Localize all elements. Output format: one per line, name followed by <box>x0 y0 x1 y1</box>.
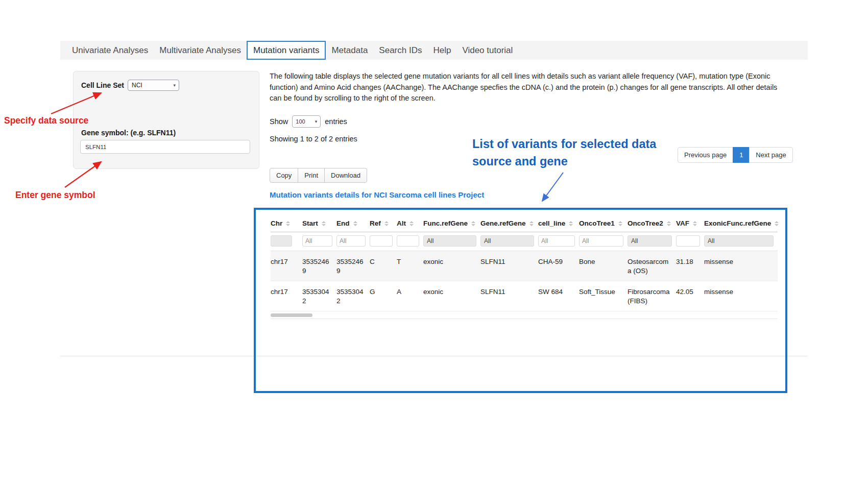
page-1-button[interactable]: 1 <box>733 147 750 163</box>
copy-button[interactable]: Copy <box>270 168 298 183</box>
sort-icon <box>286 221 290 226</box>
cell-oncotree1: Bone <box>579 251 628 281</box>
col-label: End <box>336 219 350 227</box>
table-row[interactable]: chr17 35353042 35353042 G A exonic SLFN1… <box>271 281 778 311</box>
sort-icon <box>471 221 475 226</box>
col-header-end[interactable]: End <box>336 215 370 232</box>
cell-exonicfunc-refgene: missense <box>704 251 778 281</box>
filter-cell-line[interactable] <box>538 235 575 247</box>
col-header-oncotree2[interactable]: OncoTree2 <box>628 215 676 232</box>
cell-vaf: 42.05 <box>676 281 704 311</box>
cell-func-refgene: exonic <box>423 281 480 311</box>
col-header-ref[interactable]: Ref <box>370 215 397 232</box>
tab-multivariate-analyses[interactable]: Multivariate Analyses <box>154 41 247 60</box>
cell-gene-refgene: SLFN11 <box>480 251 538 281</box>
table-description: The following table displays the selecte… <box>270 71 779 104</box>
horizontal-scrollbar[interactable] <box>271 311 778 319</box>
col-label: Alt <box>397 219 406 227</box>
col-header-alt[interactable]: Alt <box>397 215 423 232</box>
chevron-down-icon: ▾ <box>315 119 318 124</box>
col-label: Ref <box>370 219 381 227</box>
col-header-gene-refgene[interactable]: Gene.refGene <box>480 215 538 232</box>
cell-exonicfunc-refgene: missense <box>704 281 778 311</box>
blue-arrow-variants-table-icon <box>542 173 563 201</box>
app-page: Univariate Analyses Multivariate Analyse… <box>0 0 868 488</box>
sort-icon <box>618 221 622 226</box>
filter-oncotree1[interactable] <box>579 235 623 247</box>
col-label: Chr <box>271 219 282 227</box>
table-row[interactable]: chr17 35352469 35352469 C T exonic SLFN1… <box>271 251 778 281</box>
sort-icon <box>353 221 357 226</box>
previous-page-button[interactable]: Previous page <box>678 147 733 163</box>
top-navbar: Univariate Analyses Multivariate Analyse… <box>60 41 808 60</box>
cell-end: 35353042 <box>336 281 370 311</box>
cell-chr: chr17 <box>271 281 302 311</box>
filter-exonicfunc-refgene[interactable]: All <box>704 235 774 247</box>
col-header-start[interactable]: Start <box>302 215 336 232</box>
tab-metadata[interactable]: Metadata <box>326 41 373 60</box>
variants-table-wrapper: Chr Start End Ref Alt Func.refGene Gene.… <box>271 215 778 319</box>
sort-icon <box>775 221 779 226</box>
entries-label: entries <box>325 117 347 126</box>
cell-ref: G <box>370 281 397 311</box>
sort-icon <box>384 221 389 226</box>
filter-ref[interactable] <box>370 235 393 247</box>
download-button[interactable]: Download <box>324 168 367 183</box>
filter-oncotree2[interactable]: All <box>628 235 672 247</box>
tab-univariate-analyses[interactable]: Univariate Analyses <box>66 41 154 60</box>
col-header-oncotree1[interactable]: OncoTree1 <box>579 215 628 232</box>
cell-oncotree2: Fibrosarcoma (FIBS) <box>628 281 676 311</box>
entries-count-select[interactable]: 100 ▾ <box>292 115 321 128</box>
export-button-group: Copy Print Download <box>270 168 367 183</box>
print-button[interactable]: Print <box>298 168 325 183</box>
sort-icon <box>529 221 534 226</box>
sort-icon <box>322 221 326 226</box>
cell-ref: C <box>370 251 397 281</box>
variants-table-highlight-box: Chr Start End Ref Alt Func.refGene Gene.… <box>254 208 787 393</box>
filter-end[interactable] <box>336 235 366 247</box>
col-label: VAF <box>676 219 689 227</box>
filter-alt[interactable] <box>397 235 419 247</box>
col-header-func-refgene[interactable]: Func.refGene <box>423 215 480 232</box>
tab-search-ids[interactable]: Search IDs <box>373 41 427 60</box>
table-header-row: Chr Start End Ref Alt Func.refGene Gene.… <box>271 215 778 232</box>
chevron-down-icon: ▾ <box>174 83 176 88</box>
cell-gene-refgene: SLFN11 <box>480 281 538 311</box>
col-header-exonicfunc-refgene[interactable]: ExonicFunc.refGene <box>704 215 778 232</box>
filter-start[interactable] <box>302 235 332 247</box>
col-label: OncoTree1 <box>579 219 615 227</box>
tab-mutation-variants[interactable]: Mutation variants <box>247 41 326 60</box>
sort-icon <box>569 221 573 226</box>
col-header-cell-line[interactable]: cell_line <box>538 215 579 232</box>
filter-vaf[interactable] <box>676 235 700 247</box>
table-title-link[interactable]: Mutation variants details for NCI Sarcom… <box>270 190 484 199</box>
cell-line-set-select[interactable]: NCI ▾ <box>128 80 179 91</box>
col-header-vaf[interactable]: VAF <box>676 215 704 232</box>
show-entries-control: Show 100 ▾ entries <box>270 115 347 128</box>
tab-video-tutorial[interactable]: Video tutorial <box>456 41 518 60</box>
sort-icon <box>409 221 414 226</box>
filter-chr[interactable] <box>271 235 292 247</box>
next-page-button[interactable]: Next page <box>749 147 792 163</box>
table-filter-row: All All All All <box>271 232 778 251</box>
cell-line-set-label: Cell Line Set <box>81 81 124 89</box>
gene-symbol-label: Gene symbol: (e.g. SLFN11) <box>81 129 176 137</box>
filter-func-refgene[interactable]: All <box>423 235 476 247</box>
sort-icon <box>693 221 697 226</box>
input-panel: Cell Line Set NCI ▾ Gene symbol: (e.g. S… <box>73 71 259 169</box>
col-label: OncoTree2 <box>628 219 663 227</box>
cell-cell-line: CHA-59 <box>538 251 579 281</box>
cell-vaf: 31.18 <box>676 251 704 281</box>
col-header-chr[interactable]: Chr <box>271 215 302 232</box>
cell-oncotree1: Soft_Tissue <box>579 281 628 311</box>
tab-help[interactable]: Help <box>427 41 456 60</box>
col-label: Func.refGene <box>423 219 468 227</box>
entries-count-value: 100 <box>296 118 305 125</box>
cell-end: 35352469 <box>336 251 370 281</box>
cell-alt: T <box>397 251 423 281</box>
showing-entries-status: Showing 1 to 2 of 2 entries <box>270 135 357 143</box>
filter-gene-refgene[interactable]: All <box>480 235 534 247</box>
col-label: Start <box>302 219 318 227</box>
gene-symbol-input[interactable] <box>80 140 250 154</box>
scrollbar-thumb[interactable] <box>271 313 312 317</box>
